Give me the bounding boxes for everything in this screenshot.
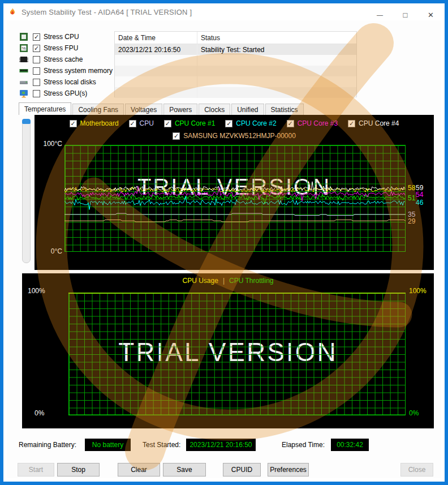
stress-disks-label: Stress local disks — [44, 78, 96, 86]
status-log-table: Date & Time Status 2023/12/21 20:16:50 S… — [114, 31, 357, 97]
close-dialog-button[interactable]: Close — [400, 463, 433, 477]
test-started-value: 2023/12/21 20:16:50 — [186, 439, 256, 451]
start-button[interactable]: Start — [18, 463, 54, 477]
svg-text:%: % — [21, 46, 25, 51]
legend-cpu-core-3[interactable]: ✓CPU Core #3 — [287, 119, 338, 127]
ssd-value: 29 — [408, 217, 415, 225]
cpu-usage-chart-panel: CPU Usage | CPU Throttling TRIAL VERSION… — [22, 273, 434, 428]
stress-cpu-label: Stress CPU — [44, 33, 79, 41]
log-table-empty-row — [115, 66, 356, 76]
temperature-legend-row-2: ✓SAMSUNG MZVKW512HMJP-00000 — [35, 132, 434, 140]
slider-thumb[interactable] — [22, 119, 31, 124]
checkmark-icon: ✓ — [226, 121, 231, 127]
stress-fpu-row: % ✓ Stress FPU — [19, 42, 78, 54]
titlebar: System Stability Test - AIDA64 [ TRIAL V… — [3, 0, 445, 20]
memory-module-icon — [19, 66, 28, 75]
graph-scroll-slider[interactable] — [22, 119, 31, 263]
elapsed-time-value: 00:32:42 — [331, 439, 369, 451]
log-table-empty-row — [115, 87, 356, 98]
stress-gpu-row: ✓ Stress GPU(s) — [19, 88, 87, 99]
stress-cpu-row: ✓ Stress CPU — [19, 31, 79, 42]
checkmark-icon: ✓ — [165, 121, 170, 127]
save-button[interactable]: Save — [163, 463, 206, 477]
stress-fpu-label: Stress FPU — [44, 44, 78, 52]
cpu-usage-title: CPU Usage — [183, 277, 218, 285]
gpu-monitor-icon — [19, 89, 28, 98]
tab-statistics[interactable]: Statistics — [265, 104, 304, 115]
column-header-status[interactable]: Status — [197, 32, 356, 44]
maximize-icon: □ — [403, 11, 408, 19]
preferences-button[interactable]: Preferences — [268, 463, 309, 477]
stress-memory-label: Stress system memory — [44, 67, 113, 75]
elapsed-time-label: Elapsed Time: — [282, 441, 325, 449]
temperature-chart-panel: ✓Motherboard ✓CPU ✓CPU Core #1 ✓CPU Core… — [35, 115, 434, 270]
log-table-empty-row — [115, 76, 356, 87]
stress-cache-checkbox[interactable]: ✓ — [33, 56, 40, 63]
stress-fpu-checkbox[interactable]: ✓ — [33, 45, 40, 52]
checkmark-icon: ✓ — [288, 121, 293, 127]
legend-cpu-core-4[interactable]: ✓CPU Core #4 — [348, 119, 399, 127]
usage-left-max-label: 100% — [28, 287, 45, 295]
stress-gpu-checkbox[interactable]: ✓ — [33, 90, 40, 97]
stress-disks-checkbox[interactable]: ✓ — [33, 79, 40, 86]
tab-unified[interactable]: Unified — [231, 104, 264, 115]
remaining-battery-value: No battery — [85, 439, 131, 451]
remaining-battery-label: Remaining Battery: — [19, 441, 76, 449]
log-datetime-cell: 2023/12/21 20:16:50 — [115, 44, 197, 55]
stop-button[interactable]: Stop — [57, 463, 100, 477]
usage-right-max-label: 100% — [409, 287, 427, 295]
test-started-label: Test Started: — [143, 441, 180, 449]
usage-left-min-label: 0% — [35, 409, 44, 417]
log-table-row[interactable]: 2023/12/21 20:16:50 Stability Test: Star… — [115, 44, 356, 55]
window-title: System Stability Test - AIDA64 [ TRIAL V… — [21, 8, 192, 16]
checkmark-icon: ✓ — [174, 133, 179, 139]
cpuid-button[interactable]: CPUID — [223, 463, 261, 477]
minimize-icon: — — [377, 11, 383, 18]
legend-cpu[interactable]: ✓CPU — [129, 119, 154, 127]
fpu-percent-icon: % — [19, 44, 28, 53]
graph-tab-strip: Temperatures Cooling Fans Voltages Power… — [19, 102, 305, 115]
temp-axis-min-label: 0°C — [37, 247, 62, 255]
checkmark-icon: ✓ — [34, 45, 39, 51]
checkmark-icon: ✓ — [34, 34, 39, 40]
motherboard-value: 58 — [408, 184, 415, 192]
checkmark-icon: ✓ — [349, 121, 354, 127]
tab-temperatures[interactable]: Temperatures — [19, 102, 71, 115]
stress-cache-label: Stress cache — [44, 55, 83, 63]
checkmark-icon: ✓ — [70, 121, 75, 127]
client-area: ✓ Stress CPU % ✓ Stress FPU ✓ Stress cac… — [7, 20, 441, 478]
cpu-chip-icon — [19, 32, 28, 41]
usage-series-lines — [68, 293, 406, 415]
tab-powers[interactable]: Powers — [163, 104, 197, 115]
header-separator: | — [223, 277, 225, 285]
stress-cache-row: ✓ Stress cache — [19, 54, 83, 65]
tab-clocks[interactable]: Clocks — [199, 104, 230, 115]
stress-memory-checkbox[interactable]: ✓ — [33, 67, 40, 75]
tab-cooling-fans[interactable]: Cooling Fans — [72, 104, 124, 115]
aida64-flame-icon — [8, 7, 17, 16]
legend-cpu-core-2[interactable]: ✓CPU Core #2 — [225, 119, 276, 127]
temp-axis-max-label: 100°C — [37, 140, 62, 148]
checkmark-icon: ✓ — [130, 121, 135, 127]
temperature-series-lines — [64, 145, 406, 252]
column-header-datetime[interactable]: Date & Time — [115, 32, 197, 44]
legend-samsung-ssd[interactable]: ✓SAMSUNG MZVKW512HMJP-00000 — [173, 132, 296, 140]
hard-disk-icon — [19, 78, 28, 87]
cpu-core-1-value: 51 — [408, 194, 415, 202]
usage-chart-header: CPU Usage | CPU Throttling — [22, 277, 434, 285]
cpu-core-2-value: 46 — [416, 199, 423, 207]
legend-cpu-core-1[interactable]: ✓CPU Core #1 — [164, 119, 215, 127]
cpu-core-3-value: 54 — [416, 191, 423, 199]
stress-cpu-checkbox[interactable]: ✓ — [33, 33, 40, 41]
legend-motherboard[interactable]: ✓Motherboard — [70, 119, 119, 127]
usage-right-min-label: 0% — [409, 409, 419, 417]
temperature-legend-row-1: ✓Motherboard ✓CPU ✓CPU Core #1 ✓CPU Core… — [35, 119, 434, 127]
stress-memory-row: ✓ Stress system memory — [19, 65, 113, 76]
close-icon: ✕ — [428, 11, 434, 19]
log-table-header: Date & Time Status — [115, 32, 356, 44]
tab-voltages[interactable]: Voltages — [125, 104, 162, 115]
stress-gpu-label: Stress GPU(s) — [44, 89, 87, 97]
cpu-throttling-title: CPU Throttling — [229, 277, 273, 285]
clear-button[interactable]: Clear — [118, 463, 160, 477]
log-status-cell: Stability Test: Started — [197, 44, 356, 55]
